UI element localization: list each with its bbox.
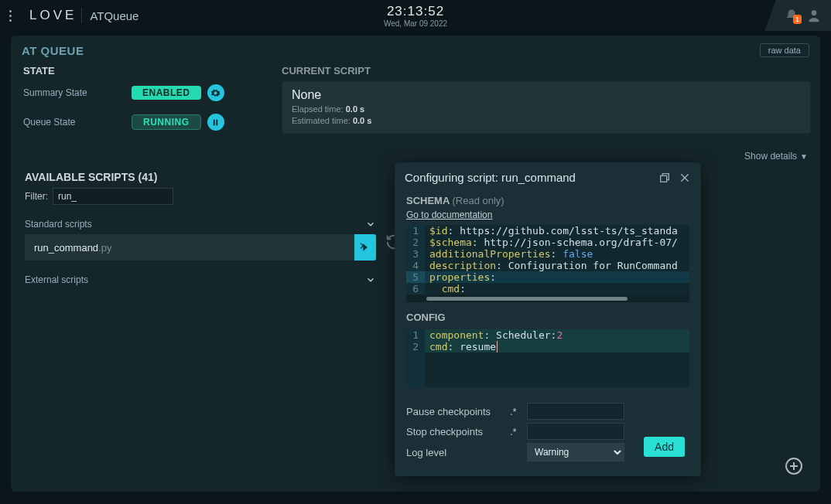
app-logo: LOVE — [29, 8, 74, 23]
gear-icon[interactable] — [207, 84, 224, 101]
queue-state-pill: RUNNING — [132, 114, 201, 130]
svg-rect-2 — [216, 119, 217, 125]
bell-icon[interactable]: 1 — [785, 9, 799, 22]
divider — [81, 8, 82, 23]
undock-icon[interactable] — [658, 172, 671, 184]
queue-state-row: Queue State RUNNING — [23, 114, 272, 131]
topbar: LOVE ATQueue 23:13:52 Wed, Mar 09 2022 1 — [0, 0, 831, 31]
doc-link[interactable]: Go to documentation — [406, 209, 492, 220]
stop-checkpoints-input[interactable] — [527, 423, 624, 440]
current-script-heading: CURRENT SCRIPT — [282, 65, 811, 77]
config-code[interactable]: 1component: Scheduler:2 2cmd: resume — [406, 329, 689, 387]
standard-scripts-group[interactable]: Standard scripts — [25, 216, 376, 234]
summary-state-label: Summary State — [23, 87, 132, 98]
chevron-down-icon — [365, 274, 376, 285]
launch-script-icon[interactable] — [354, 234, 376, 261]
script-item-run-command[interactable]: run_command.py — [25, 234, 376, 261]
pause-checkpoints-input[interactable] — [527, 403, 624, 420]
raw-data-button[interactable]: raw data — [760, 43, 809, 57]
pause-checkpoints-label: Pause checkpoints — [406, 406, 504, 417]
horizontal-scrollbar[interactable] — [406, 295, 689, 302]
menu-icon[interactable] — [9, 10, 20, 22]
config-heading: CONFIG — [406, 312, 689, 323]
panel-title: AT QUEUE — [22, 44, 84, 57]
config-modal: Configuring script: run_command SCHEMA (… — [395, 162, 701, 476]
filter-input[interactable] — [53, 188, 173, 205]
clock-time: 23:13:52 — [384, 4, 447, 19]
show-details-toggle[interactable]: Show details▼ — [11, 143, 820, 165]
add-button[interactable]: Add — [644, 437, 685, 457]
queue-panel: AT QUEUE raw data STATE Summary State EN… — [11, 36, 820, 492]
state-heading: STATE — [23, 65, 272, 77]
log-level-select[interactable]: Warning — [527, 443, 624, 461]
log-level-label: Log level — [406, 447, 504, 458]
schema-heading: SCHEMA (Read only) — [406, 195, 689, 206]
chevron-down-icon: ▼ — [800, 152, 808, 161]
pause-icon[interactable] — [207, 114, 224, 131]
filter-label: Filter: — [25, 191, 48, 202]
app-subtitle: ATQueue — [90, 9, 138, 22]
current-script-name: None — [292, 88, 801, 102]
svg-point-0 — [812, 10, 817, 15]
add-circle-icon[interactable] — [785, 457, 803, 475]
summary-state-pill: ENABLED — [132, 86, 201, 100]
summary-state-row: Summary State ENABLED — [23, 84, 272, 101]
clock-date: Wed, Mar 09 2022 — [384, 19, 447, 28]
modal-title: Configuring script: run_command — [405, 171, 576, 184]
stop-checkpoints-label: Stop checkpoints — [406, 426, 504, 438]
clock: 23:13:52 Wed, Mar 09 2022 — [384, 4, 447, 28]
close-icon[interactable] — [679, 172, 691, 184]
schema-code: 1$id: https://github.com/lsst-ts/ts_stan… — [406, 225, 689, 302]
current-script-box: None Elapsed time: 0.0 s Estimated time:… — [282, 81, 811, 134]
svg-rect-4 — [661, 175, 667, 182]
chevron-down-icon — [365, 219, 376, 230]
notif-badge: 1 — [793, 15, 802, 24]
external-scripts-group[interactable]: External scripts — [25, 271, 376, 290]
user-icon[interactable] — [806, 8, 822, 23]
svg-rect-1 — [214, 119, 215, 125]
queue-state-label: Queue State — [23, 117, 132, 128]
